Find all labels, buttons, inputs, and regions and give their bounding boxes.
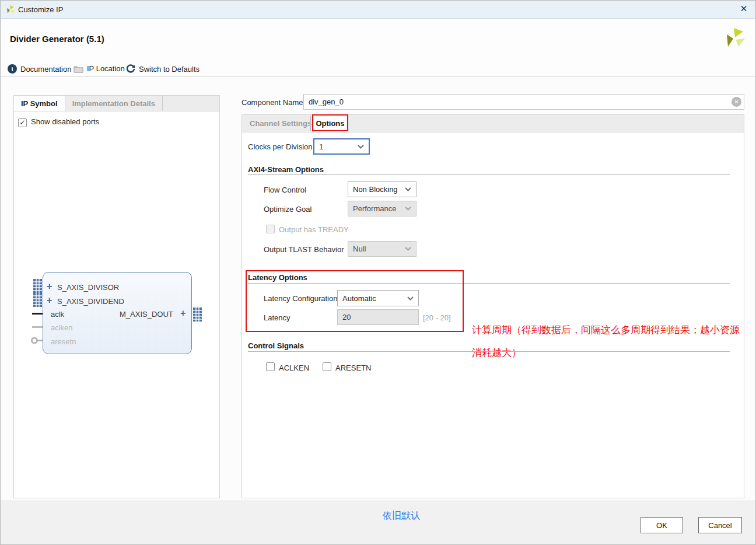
bus-connector-icon (33, 279, 43, 293)
section-divider (248, 351, 730, 352)
latency-annotation-note: 计算周期（得到数据后，间隔这么多周期得到结果；越小资源消耗越大） (472, 319, 741, 364)
output-has-tready-label: Output has TREADY (279, 225, 349, 234)
component-name-input[interactable] (303, 94, 744, 110)
title-bar: Customize IP ✕ (1, 1, 756, 19)
ok-button[interactable]: OK (640, 517, 683, 533)
folder-icon (74, 65, 83, 73)
optimize-goal-select: Performance (348, 201, 416, 216)
chevron-down-icon (407, 296, 414, 301)
expand-port-icon[interactable]: + (180, 309, 186, 317)
customize-ip-dialog: Customize IP ✕ Divider Generator (5.1) i… (0, 0, 756, 545)
aresetn-label: ARESETN (335, 364, 371, 372)
section-divider (248, 174, 730, 175)
checkbox-checked-icon: ✓ (18, 118, 27, 127)
bus-connector-icon (33, 293, 43, 307)
disabled-wire-icon (32, 326, 43, 328)
left-panel-tabbar: IP Symbol Implementation Details (13, 95, 220, 111)
clocks-per-division-label: Clocks per Division (248, 142, 313, 151)
optimize-goal-label: Optimize Goal (264, 205, 312, 214)
options-tab-content (242, 132, 744, 498)
refresh-icon (126, 64, 135, 74)
switch-to-defaults-button[interactable]: Switch to Defaults (126, 64, 200, 74)
documentation-label: Documentation (20, 65, 71, 74)
xilinx-logo-icon (6, 5, 16, 15)
aclken-label: ACLKEN (279, 364, 309, 372)
chevron-down-icon (405, 207, 411, 211)
window-title: Customize IP (18, 5, 63, 14)
documentation-button[interactable]: i Documentation (8, 64, 71, 74)
latency-label: Latency (264, 313, 290, 322)
chevron-down-icon (405, 187, 411, 191)
tab-channel-settings[interactable]: Channel Settings (250, 119, 312, 128)
latency-range-hint: [20 - 20] (423, 313, 451, 322)
tab-implementation-details[interactable]: Implementation Details (65, 96, 163, 111)
port-aresetn: aresetn (51, 337, 76, 346)
tab-ip-symbol[interactable]: IP Symbol (14, 96, 65, 111)
ip-location-button[interactable]: IP Location (74, 64, 125, 73)
axi4-section-title: AXI4-Stream Options (248, 165, 324, 174)
aclken-checkbox[interactable] (266, 362, 275, 371)
flow-control-select[interactable]: Non Blocking (348, 181, 416, 197)
reset-connector-icon (30, 336, 43, 345)
dialog-header: Divider Generator (5.1) i Documentation … (1, 19, 756, 77)
latency-section-title: Latency Options (248, 273, 307, 282)
clocks-per-division-value: 1 (319, 142, 358, 151)
show-disabled-ports-checkbox[interactable]: ✓ (18, 117, 27, 127)
page-title: Divider Generator (5.1) (10, 34, 104, 44)
port-s-axis-dividend: S_AXIS_DIVIDEND (57, 297, 124, 306)
clock-wire-icon (32, 313, 43, 315)
ip-location-label: IP Location (87, 64, 125, 73)
latency-configuration-select[interactable]: Automatic (337, 290, 419, 306)
aresetn-checkbox[interactable] (323, 362, 331, 371)
output-tlast-behavior-label: Output TLAST Behavior (264, 245, 344, 254)
chevron-down-icon (358, 145, 364, 149)
clear-icon[interactable]: ✕ (732, 97, 741, 107)
bus-connector-icon (192, 308, 202, 322)
section-divider (248, 283, 730, 284)
expand-port-icon[interactable]: + (47, 282, 52, 291)
port-s-axis-divisor: S_AXIS_DIVISOR (57, 283, 119, 292)
latency-configuration-label: Latency Configuration (264, 294, 337, 303)
expand-port-icon[interactable]: + (47, 296, 52, 305)
footer-annotation-note: 依旧默认 (383, 510, 420, 522)
info-icon: i (8, 64, 17, 74)
show-disabled-ports-label: Show disabled ports (31, 117, 99, 126)
close-icon[interactable]: ✕ (738, 4, 750, 14)
latency-input (337, 309, 419, 325)
clocks-per-division-select[interactable]: 1 (313, 138, 370, 155)
cancel-button[interactable]: Cancel (698, 517, 742, 533)
component-name-label: Component Name (242, 98, 303, 107)
port-aclken: aclken (51, 323, 73, 332)
tab-separator (310, 116, 311, 131)
switch-to-defaults-label: Switch to Defaults (139, 65, 200, 74)
control-signals-title: Control Signals (248, 341, 304, 350)
flow-control-label: Flow Control (264, 186, 306, 194)
port-aclk: aclk (51, 310, 64, 319)
latency-configuration-value: Automatic (342, 294, 407, 303)
xilinx-logo (724, 27, 746, 49)
tab-options[interactable]: Options (314, 115, 346, 132)
port-m-axis-dout: M_AXIS_DOUT (120, 310, 173, 319)
output-has-tready-checkbox (266, 225, 275, 233)
optimize-goal-value: Performance (353, 204, 405, 213)
output-tlast-behavior-select: Null (348, 241, 416, 257)
flow-control-value: Non Blocking (353, 185, 405, 194)
chevron-down-icon (405, 247, 411, 251)
output-tlast-behavior-value: Null (353, 244, 405, 253)
